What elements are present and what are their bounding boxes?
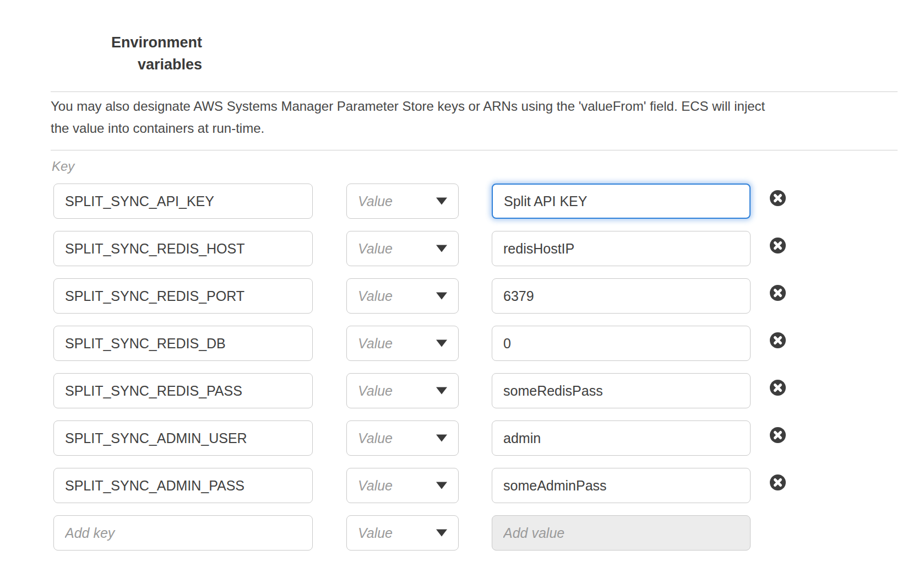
remove-row-button[interactable] xyxy=(770,474,786,490)
chevron-down-icon xyxy=(436,530,447,537)
remove-icon xyxy=(770,190,786,206)
chevron-down-icon xyxy=(436,293,447,300)
value-type-label: Value xyxy=(358,430,393,446)
value-type-select[interactable]: Value xyxy=(346,231,459,266)
chevron-down-icon xyxy=(436,245,447,252)
env-key-input[interactable] xyxy=(53,420,313,456)
env-key-input[interactable] xyxy=(53,278,313,314)
env-value-input[interactable] xyxy=(492,278,751,314)
remove-icon xyxy=(770,285,786,301)
env-key-input[interactable] xyxy=(53,326,313,361)
add-value-input xyxy=(492,515,751,551)
env-value-input[interactable] xyxy=(492,231,751,266)
add-key-input[interactable] xyxy=(53,515,313,551)
env-var-row: Value xyxy=(53,373,868,408)
env-var-row: Value xyxy=(53,278,868,314)
remove-icon xyxy=(770,238,786,253)
remove-row-button[interactable] xyxy=(770,190,786,206)
value-type-select[interactable]: Value xyxy=(346,373,459,408)
remove-icon xyxy=(770,474,786,490)
env-value-input[interactable] xyxy=(492,184,751,219)
env-value-input[interactable] xyxy=(492,420,751,456)
value-type-select[interactable]: Value xyxy=(346,326,459,361)
env-var-add-row: Value xyxy=(53,515,868,551)
section-description: You may also designate AWS Systems Manag… xyxy=(51,95,860,139)
description-line-2: the value into containers at run-time. xyxy=(51,117,860,139)
value-type-label: Value xyxy=(358,193,393,209)
env-value-input[interactable] xyxy=(492,373,751,408)
value-type-select[interactable]: Value xyxy=(346,420,459,456)
value-type-select[interactable]: Value xyxy=(346,278,459,314)
value-type-label: Value xyxy=(358,478,393,494)
chevron-down-icon xyxy=(436,198,447,205)
env-var-row: Value xyxy=(53,326,868,361)
value-type-select[interactable]: Value xyxy=(346,468,459,503)
env-var-row: Value xyxy=(53,231,868,266)
remove-icon xyxy=(770,380,786,396)
chevron-down-icon xyxy=(436,387,447,395)
env-key-input[interactable] xyxy=(53,184,313,219)
env-key-input[interactable] xyxy=(53,373,313,408)
remove-row-button[interactable] xyxy=(770,285,786,301)
remove-row-button[interactable] xyxy=(770,380,786,396)
remove-row-button[interactable] xyxy=(770,427,786,443)
env-key-input[interactable] xyxy=(53,468,313,503)
description-line-1: You may also designate AWS Systems Manag… xyxy=(51,95,860,117)
value-type-label: Value xyxy=(358,241,393,257)
remove-icon xyxy=(770,427,786,443)
section-title: Environment variables xyxy=(86,31,202,75)
remove-row-button[interactable] xyxy=(770,332,786,348)
chevron-down-icon xyxy=(436,340,447,347)
chevron-down-icon xyxy=(436,482,447,489)
env-value-input[interactable] xyxy=(492,468,751,503)
env-var-row: Value xyxy=(53,420,868,456)
remove-icon xyxy=(770,332,786,348)
env-var-row: Value xyxy=(53,468,868,503)
env-var-row: Value xyxy=(53,184,868,219)
key-column-header: Key xyxy=(52,159,74,174)
environment-variables-section: Environment variables You may also desig… xyxy=(0,0,924,561)
env-key-input[interactable] xyxy=(53,231,313,266)
value-type-label: Value xyxy=(358,383,393,399)
value-type-label: Value xyxy=(358,288,393,304)
chevron-down-icon xyxy=(436,435,447,442)
value-type-select[interactable]: Value xyxy=(346,515,459,551)
value-type-label: Value xyxy=(358,336,393,352)
divider xyxy=(51,91,898,92)
divider xyxy=(51,150,898,150)
value-type-label: Value xyxy=(358,525,393,541)
remove-row-button[interactable] xyxy=(770,238,786,253)
value-type-select[interactable]: Value xyxy=(346,184,459,219)
env-value-input[interactable] xyxy=(492,326,751,361)
